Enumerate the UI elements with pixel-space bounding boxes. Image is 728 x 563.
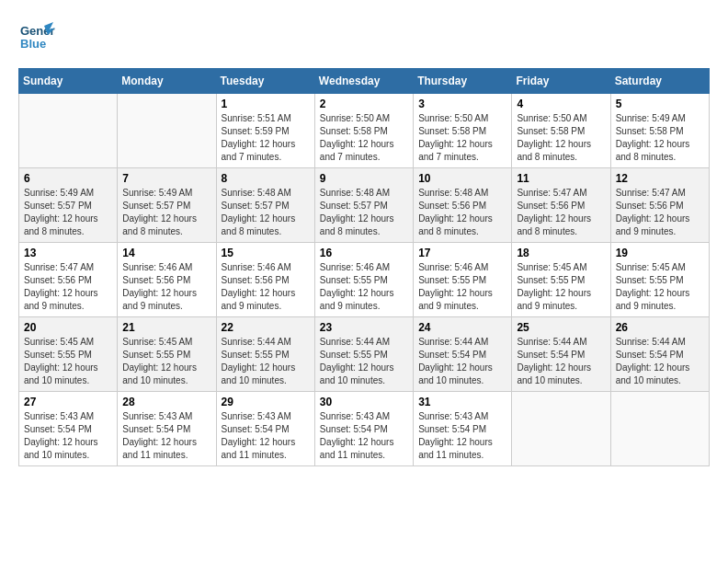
day-info: Sunrise: 5:48 AM Sunset: 5:57 PM Dayligh… <box>320 187 408 238</box>
day-info: Sunrise: 5:47 AM Sunset: 5:56 PM Dayligh… <box>24 261 112 313</box>
calendar-cell <box>118 94 216 168</box>
day-info: Sunrise: 5:49 AM Sunset: 5:58 PM Dayligh… <box>616 112 704 164</box>
day-number: 28 <box>122 396 210 408</box>
calendar-cell: 2Sunrise: 5:50 AM Sunset: 5:58 PM Daylig… <box>314 94 413 168</box>
day-number: 2 <box>320 98 408 110</box>
day-number: 29 <box>222 396 310 408</box>
calendar-cell <box>610 392 709 466</box>
page-header: General Blue <box>18 18 710 59</box>
calendar-cell: 22Sunrise: 5:44 AM Sunset: 5:55 PM Dayli… <box>216 317 314 392</box>
day-info: Sunrise: 5:44 AM Sunset: 5:54 PM Dayligh… <box>418 336 506 387</box>
day-number: 10 <box>418 172 506 185</box>
day-number: 26 <box>616 321 704 334</box>
calendar-cell: 17Sunrise: 5:46 AM Sunset: 5:55 PM Dayli… <box>414 243 512 317</box>
calendar-cell: 20Sunrise: 5:45 AM Sunset: 5:55 PM Dayli… <box>19 317 118 392</box>
day-info: Sunrise: 5:48 AM Sunset: 5:57 PM Dayligh… <box>222 187 310 238</box>
day-number: 5 <box>616 98 704 110</box>
day-info: Sunrise: 5:43 AM Sunset: 5:54 PM Dayligh… <box>320 410 408 462</box>
day-info: Sunrise: 5:44 AM Sunset: 5:54 PM Dayligh… <box>517 336 605 387</box>
day-number: 27 <box>24 396 112 408</box>
calendar-cell: 19Sunrise: 5:45 AM Sunset: 5:55 PM Dayli… <box>610 243 709 317</box>
day-number: 12 <box>616 172 704 185</box>
week-row-2: 6Sunrise: 5:49 AM Sunset: 5:57 PM Daylig… <box>19 168 710 243</box>
svg-text:Blue: Blue <box>20 37 46 51</box>
day-info: Sunrise: 5:48 AM Sunset: 5:56 PM Dayligh… <box>418 187 506 238</box>
day-number: 11 <box>517 172 605 185</box>
calendar-cell <box>19 94 118 168</box>
day-info: Sunrise: 5:47 AM Sunset: 5:56 PM Dayligh… <box>616 187 704 238</box>
logo: General Blue <box>18 18 55 59</box>
weekday-header-saturday: Saturday <box>610 69 709 94</box>
day-number: 13 <box>24 247 112 259</box>
day-info: Sunrise: 5:46 AM Sunset: 5:56 PM Dayligh… <box>122 261 210 313</box>
day-info: Sunrise: 5:43 AM Sunset: 5:54 PM Dayligh… <box>222 410 310 462</box>
calendar-cell: 5Sunrise: 5:49 AM Sunset: 5:58 PM Daylig… <box>610 94 709 168</box>
week-row-5: 27Sunrise: 5:43 AM Sunset: 5:54 PM Dayli… <box>19 392 710 466</box>
day-number: 8 <box>222 172 310 185</box>
calendar-cell: 27Sunrise: 5:43 AM Sunset: 5:54 PM Dayli… <box>19 392 118 466</box>
calendar-cell: 14Sunrise: 5:46 AM Sunset: 5:56 PM Dayli… <box>118 243 216 317</box>
calendar-cell: 21Sunrise: 5:45 AM Sunset: 5:55 PM Dayli… <box>118 317 216 392</box>
day-info: Sunrise: 5:44 AM Sunset: 5:55 PM Dayligh… <box>320 336 408 387</box>
day-info: Sunrise: 5:46 AM Sunset: 5:55 PM Dayligh… <box>320 261 408 313</box>
calendar-cell: 26Sunrise: 5:44 AM Sunset: 5:54 PM Dayli… <box>610 317 709 392</box>
weekday-header-tuesday: Tuesday <box>216 69 314 94</box>
calendar-cell: 29Sunrise: 5:43 AM Sunset: 5:54 PM Dayli… <box>216 392 314 466</box>
day-info: Sunrise: 5:49 AM Sunset: 5:57 PM Dayligh… <box>122 187 210 238</box>
calendar-table: SundayMondayTuesdayWednesdayThursdayFrid… <box>18 68 710 466</box>
day-info: Sunrise: 5:50 AM Sunset: 5:58 PM Dayligh… <box>517 112 605 164</box>
day-info: Sunrise: 5:49 AM Sunset: 5:57 PM Dayligh… <box>24 187 112 238</box>
day-info: Sunrise: 5:43 AM Sunset: 5:54 PM Dayligh… <box>24 410 112 462</box>
calendar-cell: 31Sunrise: 5:43 AM Sunset: 5:54 PM Dayli… <box>414 392 512 466</box>
day-number: 30 <box>320 396 408 408</box>
week-row-1: 1Sunrise: 5:51 AM Sunset: 5:59 PM Daylig… <box>19 94 710 168</box>
day-number: 19 <box>616 247 704 259</box>
calendar-cell: 13Sunrise: 5:47 AM Sunset: 5:56 PM Dayli… <box>19 243 118 317</box>
calendar-cell: 10Sunrise: 5:48 AM Sunset: 5:56 PM Dayli… <box>414 168 512 243</box>
day-number: 6 <box>24 172 112 185</box>
calendar-cell: 4Sunrise: 5:50 AM Sunset: 5:58 PM Daylig… <box>512 94 610 168</box>
calendar-cell: 25Sunrise: 5:44 AM Sunset: 5:54 PM Dayli… <box>512 317 610 392</box>
day-number: 24 <box>418 321 506 334</box>
day-number: 31 <box>418 396 506 408</box>
day-number: 7 <box>122 172 210 185</box>
day-info: Sunrise: 5:45 AM Sunset: 5:55 PM Dayligh… <box>616 261 704 313</box>
calendar-cell: 23Sunrise: 5:44 AM Sunset: 5:55 PM Dayli… <box>314 317 413 392</box>
day-info: Sunrise: 5:50 AM Sunset: 5:58 PM Dayligh… <box>320 112 408 164</box>
day-number: 4 <box>517 98 605 110</box>
day-info: Sunrise: 5:43 AM Sunset: 5:54 PM Dayligh… <box>122 410 210 462</box>
day-number: 14 <box>122 247 210 259</box>
calendar-cell: 18Sunrise: 5:45 AM Sunset: 5:55 PM Dayli… <box>512 243 610 317</box>
day-number: 25 <box>517 321 605 334</box>
day-info: Sunrise: 5:45 AM Sunset: 5:55 PM Dayligh… <box>517 261 605 313</box>
day-number: 18 <box>517 247 605 259</box>
weekday-header-row: SundayMondayTuesdayWednesdayThursdayFrid… <box>19 69 710 94</box>
day-number: 9 <box>320 172 408 185</box>
calendar-cell: 8Sunrise: 5:48 AM Sunset: 5:57 PM Daylig… <box>216 168 314 243</box>
calendar-cell: 16Sunrise: 5:46 AM Sunset: 5:55 PM Dayli… <box>314 243 413 317</box>
day-info: Sunrise: 5:43 AM Sunset: 5:54 PM Dayligh… <box>418 410 506 462</box>
day-info: Sunrise: 5:44 AM Sunset: 5:54 PM Dayligh… <box>616 336 704 387</box>
weekday-header-wednesday: Wednesday <box>314 69 413 94</box>
day-info: Sunrise: 5:47 AM Sunset: 5:56 PM Dayligh… <box>517 187 605 238</box>
weekday-header-monday: Monday <box>118 69 216 94</box>
calendar-cell: 6Sunrise: 5:49 AM Sunset: 5:57 PM Daylig… <box>19 168 118 243</box>
day-info: Sunrise: 5:46 AM Sunset: 5:55 PM Dayligh… <box>418 261 506 313</box>
day-info: Sunrise: 5:46 AM Sunset: 5:56 PM Dayligh… <box>222 261 310 313</box>
day-number: 21 <box>122 321 210 334</box>
day-info: Sunrise: 5:45 AM Sunset: 5:55 PM Dayligh… <box>24 336 112 387</box>
calendar-cell: 11Sunrise: 5:47 AM Sunset: 5:56 PM Dayli… <box>512 168 610 243</box>
day-number: 22 <box>222 321 310 334</box>
calendar-cell: 3Sunrise: 5:50 AM Sunset: 5:58 PM Daylig… <box>414 94 512 168</box>
day-info: Sunrise: 5:50 AM Sunset: 5:58 PM Dayligh… <box>418 112 506 164</box>
day-info: Sunrise: 5:51 AM Sunset: 5:59 PM Dayligh… <box>222 112 310 164</box>
day-number: 3 <box>418 98 506 110</box>
calendar-cell: 7Sunrise: 5:49 AM Sunset: 5:57 PM Daylig… <box>118 168 216 243</box>
logo-icon: General Blue <box>18 18 55 59</box>
calendar-cell: 15Sunrise: 5:46 AM Sunset: 5:56 PM Dayli… <box>216 243 314 317</box>
weekday-header-sunday: Sunday <box>19 69 118 94</box>
day-info: Sunrise: 5:44 AM Sunset: 5:55 PM Dayligh… <box>222 336 310 387</box>
weekday-header-friday: Friday <box>512 69 610 94</box>
calendar-cell: 24Sunrise: 5:44 AM Sunset: 5:54 PM Dayli… <box>414 317 512 392</box>
calendar-cell: 28Sunrise: 5:43 AM Sunset: 5:54 PM Dayli… <box>118 392 216 466</box>
